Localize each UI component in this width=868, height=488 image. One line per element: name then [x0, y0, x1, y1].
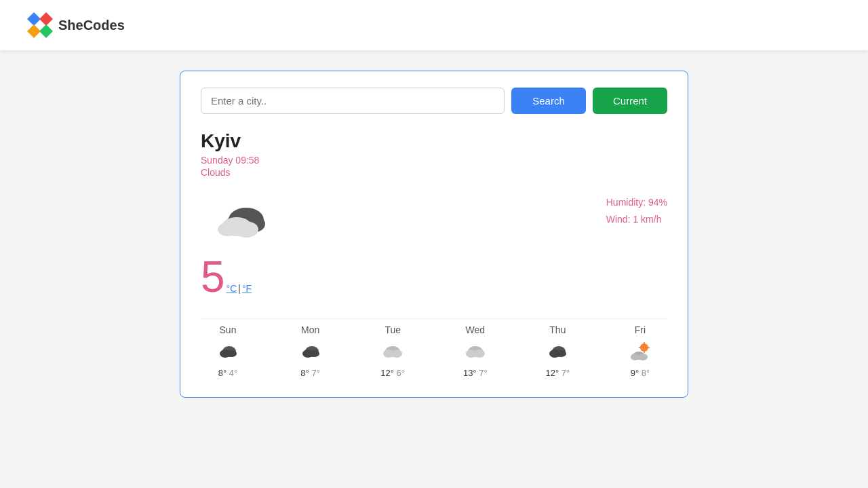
forecast-day-mon: Mon 8° 7° [283, 324, 338, 378]
svg-point-21 [474, 350, 485, 358]
forecast-temps-fri: 9° 8° [631, 368, 650, 378]
forecast-day-tue: Tue 12° 6° [366, 324, 420, 378]
forecast-temps-sun: 8° 4° [218, 368, 238, 378]
svg-point-32 [638, 354, 648, 360]
svg-marker-2 [27, 24, 41, 38]
weather-stats: Humidity: 94% Wind: 1 km/h [606, 194, 667, 228]
forecast-label-sun: Sun [220, 324, 237, 335]
forecast-day-fri: Fri 9° 8° [613, 324, 667, 378]
weather-icon-area [201, 189, 282, 239]
city-input[interactable] [201, 88, 505, 114]
forecast-day-sun: Sun 8° 4° [201, 324, 255, 378]
forecast-temps-mon: 8° 7° [300, 368, 320, 378]
forecast-temps-wed: 13° 7° [463, 368, 488, 378]
forecast-day-wed: Wed 13° 7° [448, 324, 502, 378]
svg-marker-0 [27, 12, 41, 26]
cloud-icon [211, 191, 272, 239]
main-content: Search Current Kyiv Sunday 09:58 Clouds [0, 50, 868, 418]
forecast-icon-wed [463, 339, 488, 364]
forecast-icon-mon [298, 339, 323, 364]
svg-point-12 [227, 350, 237, 357]
forecast-label-mon: Mon [301, 324, 319, 335]
temperature-row: 5 °C | °F [201, 255, 667, 299]
temperature-value: 5 [201, 255, 225, 299]
forecast-day-thu: Thu 12° 7° [530, 324, 585, 378]
wind-stat: Wind: 1 km/h [606, 211, 667, 228]
svg-marker-3 [39, 24, 53, 38]
weather-card: Search Current Kyiv Sunday 09:58 Clouds [180, 71, 688, 398]
city-condition: Clouds [201, 167, 667, 178]
logo-icon [27, 12, 53, 38]
logo: SheCodes [27, 12, 125, 38]
logo-text: SheCodes [58, 18, 125, 33]
search-button[interactable]: Search [511, 88, 586, 114]
city-name: Kyiv [201, 130, 667, 152]
forecast-icon-sun [216, 339, 240, 364]
city-datetime: Sunday 09:58 [201, 155, 667, 166]
forecast-icon-thu [545, 339, 570, 364]
unit-separator: | [238, 283, 241, 294]
svg-point-25 [640, 343, 648, 352]
svg-marker-1 [39, 12, 53, 26]
forecast-temps-tue: 12° 6° [380, 368, 405, 378]
forecast-row: Sun 8° 4° Mon [201, 318, 667, 378]
svg-point-8 [218, 223, 237, 236]
forecast-icon-fri [628, 339, 652, 364]
forecast-label-tue: Tue [384, 324, 401, 335]
header: SheCodes [0, 0, 868, 50]
svg-point-15 [310, 350, 319, 357]
temperature-units: °C | °F [226, 283, 252, 294]
svg-point-18 [391, 350, 402, 358]
svg-point-9 [234, 221, 258, 238]
search-row: Search Current [201, 88, 667, 114]
fahrenheit-link[interactable]: °F [242, 283, 252, 294]
weather-details: Humidity: 94% Wind: 1 km/h [282, 189, 667, 228]
celsius-link[interactable]: °C [226, 283, 237, 294]
forecast-label-fri: Fri [635, 324, 646, 335]
weather-body: Humidity: 94% Wind: 1 km/h [201, 189, 667, 239]
forecast-temps-thu: 12° 7° [546, 368, 570, 378]
forecast-label-wed: Wed [466, 324, 486, 335]
humidity-stat: Humidity: 94% [606, 194, 667, 211]
forecast-icon-tue [380, 339, 405, 364]
svg-point-31 [631, 354, 639, 360]
forecast-label-thu: Thu [549, 324, 566, 335]
current-location-button[interactable]: Current [593, 88, 667, 114]
svg-point-24 [557, 350, 566, 357]
